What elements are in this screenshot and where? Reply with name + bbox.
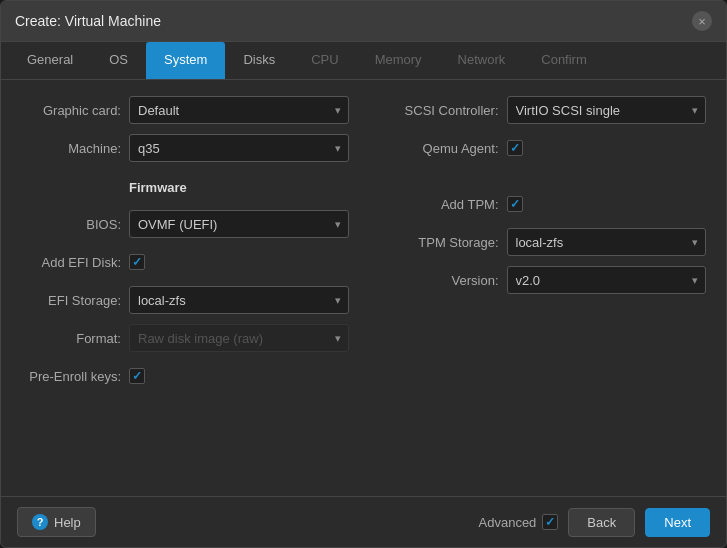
format-row: Format: Raw disk image (raw) bbox=[21, 324, 349, 352]
tab-cpu: CPU bbox=[293, 42, 356, 79]
version-row: Version: v2.0 bbox=[379, 266, 707, 294]
machine-select-wrapper: q35 bbox=[129, 134, 349, 162]
bios-select-wrapper: OVMF (UEFI) bbox=[129, 210, 349, 238]
tab-bar: General OS System Disks CPU Memory Netwo… bbox=[1, 42, 726, 80]
create-vm-dialog: Create: Virtual Machine × General OS Sys… bbox=[0, 0, 727, 548]
advanced-checkbox[interactable] bbox=[542, 514, 558, 530]
pre-enroll-checkbox[interactable] bbox=[129, 368, 145, 384]
tpm-storage-label: TPM Storage: bbox=[379, 235, 499, 250]
advanced-label: Advanced bbox=[479, 515, 537, 530]
format-label: Format: bbox=[21, 331, 121, 346]
efi-storage-label: EFI Storage: bbox=[21, 293, 121, 308]
format-select-wrapper: Raw disk image (raw) bbox=[129, 324, 349, 352]
scsi-controller-select-wrapper: VirtIO SCSI single bbox=[507, 96, 707, 124]
tab-general[interactable]: General bbox=[9, 42, 91, 79]
pre-enroll-label: Pre-Enroll keys: bbox=[21, 369, 121, 384]
add-tpm-checkbox[interactable] bbox=[507, 196, 523, 212]
right-column: SCSI Controller: VirtIO SCSI single Qemu… bbox=[379, 96, 707, 480]
graphic-card-select-wrapper: Default bbox=[129, 96, 349, 124]
tpm-storage-row: TPM Storage: local-zfs bbox=[379, 228, 707, 256]
efi-storage-select[interactable]: local-zfs bbox=[129, 286, 349, 314]
tab-system[interactable]: System bbox=[146, 42, 225, 79]
qemu-agent-checkbox[interactable] bbox=[507, 140, 523, 156]
footer-right: Advanced Back Next bbox=[479, 508, 710, 537]
machine-label: Machine: bbox=[21, 141, 121, 156]
add-tpm-label: Add TPM: bbox=[379, 197, 499, 212]
title-bar: Create: Virtual Machine × bbox=[1, 1, 726, 42]
help-icon: ? bbox=[32, 514, 48, 530]
close-button[interactable]: × bbox=[692, 11, 712, 31]
efi-storage-select-wrapper: local-zfs bbox=[129, 286, 349, 314]
content-area: Graphic card: Default Machine: q35 bbox=[1, 80, 726, 496]
dialog-title: Create: Virtual Machine bbox=[15, 13, 161, 29]
graphic-card-row: Graphic card: Default bbox=[21, 96, 349, 124]
next-button[interactable]: Next bbox=[645, 508, 710, 537]
help-label: Help bbox=[54, 515, 81, 530]
help-button[interactable]: ? Help bbox=[17, 507, 96, 537]
tab-memory: Memory bbox=[357, 42, 440, 79]
scsi-controller-label: SCSI Controller: bbox=[379, 103, 499, 118]
tab-disks[interactable]: Disks bbox=[225, 42, 293, 79]
scsi-controller-select[interactable]: VirtIO SCSI single bbox=[507, 96, 707, 124]
format-select: Raw disk image (raw) bbox=[129, 324, 349, 352]
version-label: Version: bbox=[379, 273, 499, 288]
qemu-agent-row: Qemu Agent: bbox=[379, 134, 707, 162]
graphic-card-select[interactable]: Default bbox=[129, 96, 349, 124]
add-efi-disk-checkbox[interactable] bbox=[129, 254, 145, 270]
left-column: Graphic card: Default Machine: q35 bbox=[21, 96, 349, 480]
machine-row: Machine: q35 bbox=[21, 134, 349, 162]
add-tpm-row: Add TPM: bbox=[379, 190, 707, 218]
firmware-header: Firmware bbox=[129, 176, 187, 197]
add-efi-disk-label: Add EFI Disk: bbox=[21, 255, 121, 270]
efi-storage-row: EFI Storage: local-zfs bbox=[21, 286, 349, 314]
graphic-card-label: Graphic card: bbox=[21, 103, 121, 118]
add-efi-disk-row: Add EFI Disk: bbox=[21, 248, 349, 276]
version-select-wrapper: v2.0 bbox=[507, 266, 707, 294]
bios-row: BIOS: OVMF (UEFI) bbox=[21, 210, 349, 238]
firmware-header-row: Firmware bbox=[21, 172, 349, 200]
tpm-storage-select[interactable]: local-zfs bbox=[507, 228, 707, 256]
bios-select[interactable]: OVMF (UEFI) bbox=[129, 210, 349, 238]
advanced-row: Advanced bbox=[479, 514, 559, 530]
scsi-controller-row: SCSI Controller: VirtIO SCSI single bbox=[379, 96, 707, 124]
machine-select[interactable]: q35 bbox=[129, 134, 349, 162]
pre-enroll-row: Pre-Enroll keys: bbox=[21, 362, 349, 390]
tab-confirm: Confirm bbox=[523, 42, 605, 79]
tpm-storage-select-wrapper: local-zfs bbox=[507, 228, 707, 256]
version-select[interactable]: v2.0 bbox=[507, 266, 707, 294]
footer: ? Help Advanced Back Next bbox=[1, 496, 726, 547]
bios-label: BIOS: bbox=[21, 217, 121, 232]
qemu-agent-label: Qemu Agent: bbox=[379, 141, 499, 156]
back-button[interactable]: Back bbox=[568, 508, 635, 537]
tab-os[interactable]: OS bbox=[91, 42, 146, 79]
close-icon: × bbox=[698, 14, 706, 29]
tab-network: Network bbox=[440, 42, 524, 79]
